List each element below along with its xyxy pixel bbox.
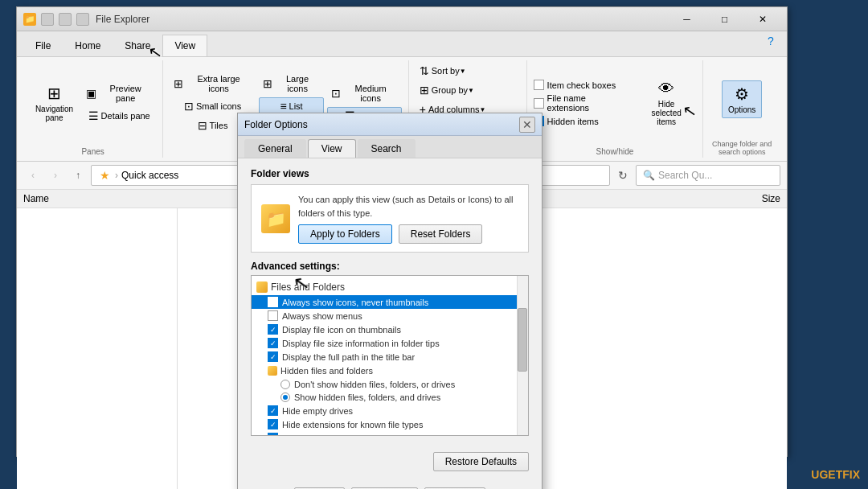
file-extensions-toggle[interactable]: File name extensions xyxy=(534,92,630,113)
hide-merge-conflicts-item[interactable]: Hide folder merge conflicts xyxy=(252,431,528,436)
hidden-files-icon xyxy=(268,366,277,376)
show-hidden-radio xyxy=(280,392,290,402)
scrollbar-thumb[interactable] xyxy=(518,308,527,372)
forward-button[interactable]: › xyxy=(46,166,65,185)
files-folders-icon xyxy=(256,281,268,293)
hide-merge-conflicts-check xyxy=(268,433,278,436)
tab-share[interactable]: Share xyxy=(113,35,162,56)
folder-preview-icon: 📁 xyxy=(261,204,290,233)
dialog-tab-view[interactable]: View xyxy=(308,139,356,158)
hidden-items-toggle[interactable]: Hidden items xyxy=(534,115,630,127)
scrollbar[interactable] xyxy=(517,276,528,435)
dialog-tabs: General View Search xyxy=(238,136,542,158)
extra-large-icons-btn[interactable]: ⊞ Extra large icons xyxy=(170,72,256,96)
hide-extensions-item[interactable]: Hide extensions for known file types xyxy=(252,417,528,431)
hide-selected-icon: 👁 xyxy=(658,80,674,98)
folder-views-label: Folder views xyxy=(251,168,529,179)
dialog-action-buttons: OK Cancel Apply xyxy=(238,481,542,489)
display-full-path-check xyxy=(268,351,278,362)
minimize-button[interactable]: ─ xyxy=(669,7,705,31)
settings-list[interactable]: Files and Folders Always show icons, nev… xyxy=(251,275,529,436)
options-button[interactable]: ⚙ Options xyxy=(722,80,762,118)
options-content: ⚙ Options xyxy=(722,62,762,137)
always-show-menus-check xyxy=(268,310,278,321)
star-icon: ★ xyxy=(100,169,110,182)
dialog-close-button[interactable]: ✕ xyxy=(519,117,535,133)
medium-icon: ⊡ xyxy=(331,87,341,100)
up-button[interactable]: ↑ xyxy=(68,166,88,185)
group-icon: ⊞ xyxy=(420,84,429,97)
watermark-highlight: GET xyxy=(819,468,842,481)
panes-small-buttons: ▣ Preview pane ☰ Details pane xyxy=(82,81,156,125)
show-hide-checkboxes: Item check boxes File name extensions Hi… xyxy=(534,79,630,127)
dialog-footer: Restore Defaults xyxy=(238,446,542,481)
show-hidden-option[interactable]: Show hidden files, folders, and drives xyxy=(276,391,528,404)
list-icon: ≡ xyxy=(280,100,286,113)
preview-pane-button[interactable]: ▣ Preview pane xyxy=(82,81,156,105)
tiles-icon: ⊟ xyxy=(198,119,207,132)
options-icon: ⚙ xyxy=(735,84,749,104)
app-icon: 📁 xyxy=(23,13,36,26)
size-header[interactable]: Size xyxy=(700,193,780,204)
sidebar xyxy=(17,208,178,489)
files-folders-label: Files and Folders xyxy=(271,281,345,293)
tab-home[interactable]: Home xyxy=(63,35,113,56)
dialog-title: Folder Options xyxy=(244,119,519,130)
navigation-pane-button[interactable]: ⊞ Navigation pane xyxy=(30,80,79,126)
group-by-btn[interactable]: ⊞ Group by ▼ xyxy=(416,81,478,99)
tb-save-btn[interactable] xyxy=(41,13,54,26)
ribbon-group-show-hide: Item check boxes File name extensions Hi… xyxy=(527,60,704,158)
folder-views-buttons: Apply to Folders Reset Folders xyxy=(298,224,518,244)
panes-label: Panes xyxy=(81,147,104,156)
watermark-prefix: U xyxy=(811,468,819,481)
display-full-path-item[interactable]: Display the full path in the title bar xyxy=(252,350,528,364)
tab-file[interactable]: File xyxy=(23,35,63,56)
tab-view[interactable]: View xyxy=(162,35,207,56)
item-checkboxes-check xyxy=(534,80,544,90)
back-button[interactable]: ‹ xyxy=(23,166,43,185)
dialog-tab-search[interactable]: Search xyxy=(358,139,416,158)
details-pane-button[interactable]: ☰ Details pane xyxy=(82,107,156,125)
file-extensions-check xyxy=(534,98,544,109)
navigation-pane-icon: ⊞ xyxy=(47,84,61,103)
dont-show-hidden-option[interactable]: Don't show hidden files, folders, or dri… xyxy=(276,378,528,391)
search-icon: 🔍 xyxy=(643,170,655,181)
tb-redo-btn[interactable] xyxy=(76,13,89,26)
dialog-body: Folder views 📁 You can apply this view (… xyxy=(238,158,542,446)
sort-icon: ⇅ xyxy=(420,64,429,77)
refresh-button[interactable]: ↻ xyxy=(613,166,633,185)
radio-group-hidden: Don't show hidden files, folders, or dri… xyxy=(252,378,528,404)
reset-folders-button[interactable]: Reset Folders xyxy=(399,224,483,244)
item-checkboxes-toggle[interactable]: Item check boxes xyxy=(534,79,630,91)
breadcrumb: Quick access xyxy=(121,170,178,181)
hide-empty-drives-item[interactable]: Hide empty drives xyxy=(252,404,528,417)
watermark-suffix: FIX xyxy=(842,468,860,481)
tb-undo-btn[interactable] xyxy=(59,13,72,26)
maximize-button[interactable]: □ xyxy=(706,7,743,31)
extra-large-icon: ⊞ xyxy=(174,77,183,90)
folder-views-description: You can apply this view (such as Details… xyxy=(298,193,518,220)
dialog-tab-general[interactable]: General xyxy=(244,139,306,158)
dialog-title-bar: Folder Options ✕ xyxy=(238,113,542,136)
restore-defaults-button[interactable]: Restore Defaults xyxy=(433,452,529,471)
large-icons-btn[interactable]: ⊞ Large icons xyxy=(259,72,325,96)
options-label: Change folder and search options xyxy=(710,140,774,156)
display-file-size-item[interactable]: Display file size information in folder … xyxy=(252,336,528,350)
search-bar[interactable]: 🔍 Search Qu... xyxy=(636,165,780,186)
always-show-icons-check xyxy=(268,297,278,307)
always-show-menus-item[interactable]: Always show menus xyxy=(252,309,528,323)
apply-to-folders-button[interactable]: Apply to Folders xyxy=(298,224,392,244)
panes-buttons: ⊞ Navigation pane ▣ Preview pane ☰ Detai… xyxy=(30,62,156,144)
preview-icon: ▣ xyxy=(86,87,96,100)
watermark: UGETFIX xyxy=(811,468,860,481)
hide-selected-btn[interactable]: 👁 Hide selected items xyxy=(637,76,696,130)
window-controls: ─ □ ✕ xyxy=(669,7,780,31)
close-button[interactable]: ✕ xyxy=(744,7,780,31)
always-show-icons-item[interactable]: Always show icons, never thumbnails xyxy=(252,295,528,309)
medium-icons-btn[interactable]: ⊡ Medium icons xyxy=(327,81,401,105)
display-file-icon-item[interactable]: Display file icon on thumbnails xyxy=(252,323,528,336)
ribbon-tabs: File Home Share View ? xyxy=(17,31,787,57)
sort-by-btn[interactable]: ⇅ Sort by ▼ xyxy=(416,62,470,80)
help-button[interactable]: ? xyxy=(761,31,780,51)
show-hide-label: Show/hide xyxy=(596,147,634,156)
